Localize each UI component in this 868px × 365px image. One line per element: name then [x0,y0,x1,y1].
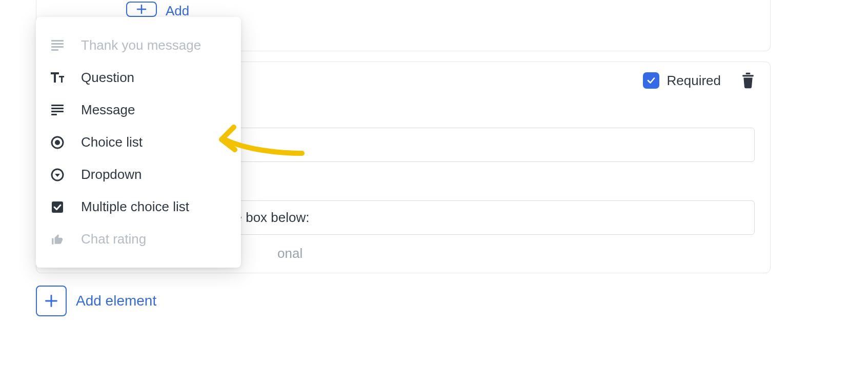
menu-item-label: Question [81,70,134,86]
add-element-button[interactable]: Add element [36,286,156,316]
text-icon [50,71,65,85]
checkbox-square-icon [50,200,65,214]
menu-item-message[interactable]: Message [36,94,241,126]
menu-item-label: Dropdown [81,167,142,182]
menu-item-label: Multiple choice list [81,199,189,215]
lines-icon [50,103,65,117]
thumbs-up-icon [50,232,65,247]
svg-point-5 [55,140,60,145]
plus-icon [44,294,58,308]
dropdown-circle-icon [50,168,65,182]
menu-item-multiple-choice-list[interactable]: Multiple choice list [36,191,241,223]
plus-button [36,286,67,316]
menu-item-label: Message [81,102,135,118]
checkbox-icon [643,72,659,89]
menu-item-dropdown[interactable]: Dropdown [36,158,241,191]
paragraph-icon [50,38,65,53]
add-button-fragment[interactable] [126,2,157,17]
card-header: Required [643,72,755,89]
menu-item-label: Choice list [81,134,143,150]
add-element-label: Add element [76,293,156,309]
radio-icon [50,135,65,150]
menu-item-label: Thank you message [81,37,201,53]
menu-item-label: Chat rating [81,231,146,247]
optional-hint-fragment: onal [277,246,302,261]
svg-rect-3 [746,73,751,74]
svg-rect-2 [742,75,754,76]
menu-item-thank-you-message: Thank you message [36,29,241,62]
menu-item-question[interactable]: Question [36,62,241,94]
element-type-menu: Thank you message Question Message Choic… [36,17,241,268]
plus-icon [135,3,148,15]
menu-item-choice-list[interactable]: Choice list [36,126,241,158]
menu-item-chat-rating: Chat rating [36,223,241,255]
svg-rect-7 [52,201,63,213]
trash-icon[interactable] [741,72,755,89]
required-toggle[interactable]: Required [643,72,721,89]
required-label: Required [667,73,721,89]
